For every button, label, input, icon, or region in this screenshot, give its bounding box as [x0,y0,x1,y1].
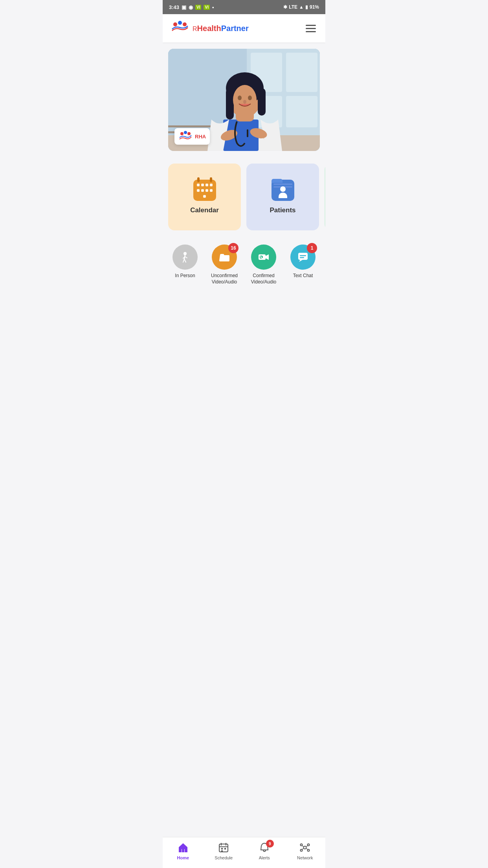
patients-label: Patients [270,206,295,214]
svg-point-22 [238,96,242,100]
text-chat-label: Text Chat [293,273,313,279]
unconfirmed-label: UnconfirmedVideo/Audio [211,273,238,285]
bluetooth-icon: ✱ [283,4,287,10]
actions-section: In Person 16 UnconfirmedVideo/Audio [163,237,325,297]
logo-partner: Partner [221,24,249,33]
dot-indicator: • [212,4,214,10]
folder-icon [218,251,230,263]
logo-icon [171,20,189,36]
status-left: 3:43 ▣ ◉ VI VI • [169,4,214,10]
hamburger-menu[interactable] [304,23,317,34]
svg-rect-38 [300,255,306,256]
svg-point-2 [183,22,187,26]
svg-point-23 [248,96,252,100]
status-right: ✱ LTE ▲ ▮ 91% [283,4,319,10]
svg-point-24 [243,100,246,104]
svg-point-1 [178,21,182,25]
text-chat-badge: 1 [307,243,317,253]
signal-icon: ▲ [299,4,304,10]
svg-point-0 [173,22,177,26]
calendar-icon [193,180,216,201]
status-time: 3:43 [169,4,179,10]
rha-icon [178,131,193,142]
unconfirmed-video-action[interactable]: 16 UnconfirmedVideo/Audio [208,245,241,285]
text-chat-action[interactable]: 1 Text Chat [286,245,320,285]
battery-icon: ▮ [305,4,308,10]
hero-banner: RHA [168,49,320,151]
svg-rect-8 [286,96,317,127]
svg-point-28 [187,132,191,135]
svg-rect-37 [298,253,308,260]
svg-rect-39 [300,257,304,258]
calendar-label: Calendar [190,206,219,214]
svg-point-27 [184,131,187,134]
confirmed-video-action[interactable]: ConfirmedVideo/Audio [247,245,281,285]
unconfirmed-badge: 16 [228,243,238,253]
logo-text: RHealthPartner [193,24,249,33]
svg-rect-19 [226,88,234,120]
chat-icon [297,251,309,263]
battery-percent: 91% [310,4,319,10]
svg-line-34 [185,257,187,258]
confirmed-label: ConfirmedVideo/Audio [251,273,277,285]
green-card-peek[interactable] [325,164,325,230]
vi-icon2: VI [204,5,209,10]
vi-icon1: VI [195,5,201,10]
logo-r: R [193,26,197,32]
rha-logo-overlay: RHA [174,128,210,145]
patients-icon [272,180,294,201]
cards-section: Calendar Patients [163,157,325,237]
person-walking-icon [179,251,191,263]
in-person-label: In Person [175,273,195,279]
message-icon: ▣ [182,4,186,10]
svg-rect-6 [286,53,317,92]
status-bar: 3:43 ▣ ◉ VI VI • ✱ LTE ▲ ▮ 91% [163,0,325,14]
logo-health: Health [197,24,221,33]
video-call-icon [258,251,270,263]
lte-label: LTE [289,4,297,10]
in-person-circle [172,245,198,270]
confirmed-video-circle [251,245,276,270]
patients-card[interactable]: Patients [246,164,319,230]
logo: RHealthPartner [171,20,249,36]
svg-point-26 [180,132,183,135]
header: RHealthPartner [163,14,325,42]
svg-line-32 [184,259,186,262]
svg-rect-25 [247,129,248,137]
sim-icon: ◉ [189,4,193,10]
in-person-action[interactable]: In Person [169,245,202,285]
calendar-card[interactable]: Calendar [168,164,241,230]
rha-text: RHA [195,134,206,140]
svg-rect-20 [258,88,266,116]
